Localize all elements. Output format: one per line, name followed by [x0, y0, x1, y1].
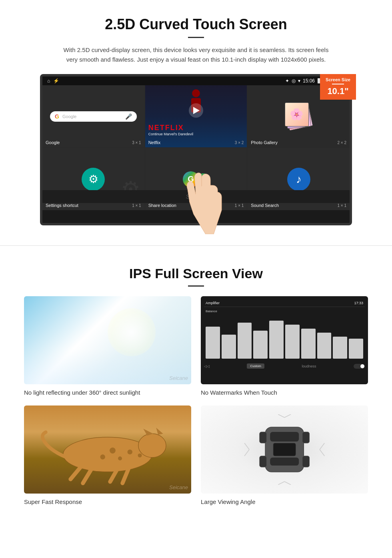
amp-header: Amplifier 17:33 — [204, 299, 365, 307]
sky-gradient — [24, 349, 191, 384]
gallery-size: 2 × 2 — [337, 141, 346, 145]
amplifier-bg: Amplifier 17:33 Balance — [201, 296, 368, 384]
app-grid: G Google 🎤 Google 3 × 1 — [42, 85, 350, 210]
settings-bg-icon: ⚙ — [121, 177, 140, 202]
share-label: Share location — [148, 203, 176, 208]
sound-size: 1 × 1 — [337, 203, 346, 208]
dd-head — [192, 89, 200, 97]
amp-controls: ◁◁ Custom loudness — [204, 363, 365, 369]
status-bar: ⌂ ⚡ ✦ ◎ ▾ 15:06 ⬜ 🔊 ✕ ▣ — [42, 76, 350, 85]
search-placeholder: Google — [62, 114, 76, 119]
cheetah-watermark: Seicane — [169, 484, 188, 490]
svg-rect-19 — [260, 456, 267, 467]
cheetah-svg — [32, 410, 183, 489]
app-cell-share[interactable]: G Share location 1 × 1 — [145, 148, 247, 210]
feature-grid: Seicane No light reflecting under 360° d… — [24, 296, 368, 505]
eq-bar-6[interactable] — [285, 325, 300, 359]
google-logo: G — [55, 113, 59, 120]
svg-rect-14 — [270, 432, 299, 442]
eq-bar-5[interactable] — [269, 321, 284, 359]
google-size: 3 × 1 — [132, 141, 141, 145]
app-cell-netflix[interactable]: NETFLIX Continue Marvel's Daredevil Netf… — [145, 85, 247, 147]
svg-point-4 — [110, 448, 116, 454]
feature-viewing-angle: Large Viewing Angle — [201, 405, 368, 505]
eq-bar-4[interactable] — [253, 331, 268, 359]
device-mockup: Screen Size 10.1" ⌂ ⚡ ✦ ◎ ▾ 15:06 ⬜ 🔊 ✕ — [40, 74, 352, 225]
location-icon: ◎ — [292, 78, 296, 84]
settings-label: Settings shortcut — [46, 203, 78, 208]
app-cell-google[interactable]: G Google 🎤 Google 3 × 1 — [42, 85, 144, 147]
home-icon[interactable]: ⌂ — [47, 78, 50, 84]
section-curved-screen: 2.5D Curved Touch Screen With 2.5D curve… — [0, 0, 392, 237]
netflix-size: 3 × 2 — [235, 141, 244, 145]
svg-point-6 — [118, 456, 122, 460]
eq-bar-3[interactable] — [238, 323, 252, 359]
feature-watermarks: Amplifier 17:33 Balance — [201, 296, 368, 396]
eq-bar-10[interactable] — [349, 339, 363, 359]
bluetooth-icon: ✦ — [285, 78, 289, 84]
share-size: 1 × 1 — [235, 203, 244, 208]
gallery-stack: 🌸 — [283, 100, 315, 132]
svg-rect-16 — [273, 443, 296, 456]
play-button[interactable] — [189, 103, 203, 118]
viewing-angle-label: Large Viewing Angle — [201, 498, 368, 505]
section1-divider — [188, 37, 204, 38]
section1-description: With 2.5D curved-display screen, this de… — [60, 45, 332, 64]
play-triangle-icon — [193, 107, 200, 114]
feature-sunlight: Seicane No light reflecting under 360° d… — [24, 296, 191, 396]
app-cell-settings[interactable]: ⚙ ⚙ Settings shortcut 1 × 1 — [42, 148, 144, 210]
feature-fast-response: Seicane Super Fast Response — [24, 405, 191, 505]
google-label: Google — [46, 140, 60, 145]
car-image — [201, 405, 368, 494]
music-icon: ♪ — [287, 168, 310, 191]
loudness-toggle[interactable] — [354, 364, 365, 369]
fast-response-label: Super Fast Response — [24, 498, 191, 505]
netflix-label: Netflix — [148, 140, 161, 145]
wifi-icon: ▾ — [298, 78, 300, 84]
section-ips-screen: IPS Full Screen View Seicane No light re… — [0, 254, 392, 521]
sunlight-image: Seicane — [24, 296, 191, 384]
gallery-img-1: 🌸 — [285, 102, 309, 126]
sound-label: Sound Search — [251, 203, 279, 208]
custom-button[interactable]: Custom — [247, 363, 264, 369]
eq-balance: Balance — [206, 309, 217, 313]
eq-bar-1[interactable] — [206, 327, 220, 359]
eq-labels-top: Balance — [204, 309, 365, 314]
badge-divider — [332, 84, 344, 84]
status-left: ⌂ ⚡ — [47, 78, 59, 84]
settings-size: 1 × 1 — [132, 203, 141, 208]
hand-overlay — [182, 170, 230, 234]
cheetah-image: Seicane — [24, 405, 191, 494]
device-screen: ⌂ ⚡ ✦ ◎ ▾ 15:06 ⬜ 🔊 ✕ ▣ — [40, 74, 352, 225]
sky-background: Seicane — [24, 296, 191, 384]
eq-bar-7[interactable] — [301, 329, 316, 359]
mic-icon[interactable]: 🎤 — [125, 113, 132, 120]
car-bg — [201, 405, 368, 494]
svg-rect-17 — [260, 432, 267, 443]
svg-rect-20 — [302, 456, 310, 467]
sunlight-label: No light reflecting under 360° direct su… — [24, 389, 191, 396]
gallery-label: Photo Gallery — [251, 140, 278, 145]
svg-marker-3 — [156, 428, 163, 435]
svg-point-1 — [138, 434, 166, 457]
eq-bar-2[interactable] — [222, 335, 236, 359]
app-cell-sound[interactable]: ♪ Sound Search 1 × 1 — [248, 148, 350, 210]
cheetah-bg: Seicane — [24, 405, 191, 494]
svg-point-7 — [128, 450, 132, 454]
section1-title: 2.5D Curved Touch Screen — [24, 16, 368, 33]
netflix-subtitle: Continue Marvel's Daredevil — [148, 132, 193, 136]
back-icon[interactable]: ◁◁ — [204, 364, 210, 368]
amp-title: Amplifier — [206, 301, 220, 305]
eq-bar-9[interactable] — [333, 337, 347, 359]
clock: 15:06 — [303, 78, 315, 84]
section2-divider — [188, 285, 204, 287]
svg-rect-18 — [302, 432, 310, 443]
settings-icon: ⚙ — [82, 168, 105, 191]
usb-icon: ⚡ — [53, 78, 59, 84]
car-svg — [218, 414, 351, 485]
badge-title: Screen Size — [325, 77, 351, 82]
eq-bar-8[interactable] — [317, 333, 332, 359]
google-search-bar[interactable]: G Google 🎤 — [50, 111, 136, 122]
netflix-logo: NETFLIX — [148, 124, 184, 132]
badge-size: 10.1" — [325, 86, 351, 96]
